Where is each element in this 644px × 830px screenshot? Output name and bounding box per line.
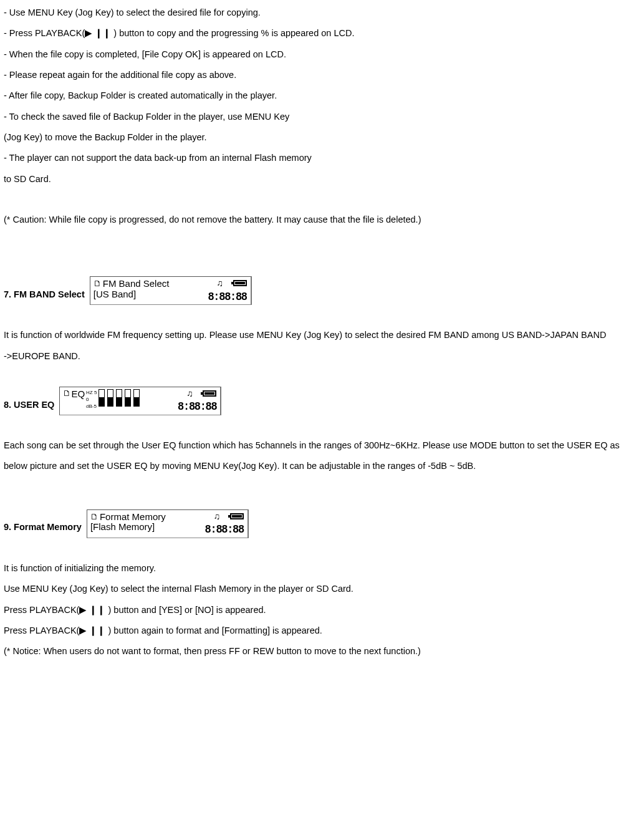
- section-8-heading-row: 8. USER EQ ♫ 🗋 EQ HZ 5 0 dB-5 8:88:88: [4, 387, 640, 415]
- tab-icon: 🗋: [90, 513, 99, 521]
- section-9-body-line: It is function of initializing the memor…: [4, 558, 640, 579]
- section-9-heading-row: 9. Format Memory ♫ 🗋 Format Memory [Flas…: [4, 509, 640, 538]
- section-9-body-line: (* Notice: When users do not want to for…: [4, 641, 640, 662]
- section-9-body-line: Use MENU Key (Jog Key) to select the int…: [4, 579, 640, 599]
- caution-text: (* Caution: While file copy is progresse…: [4, 210, 640, 230]
- battery-icon: [230, 513, 244, 519]
- music-note-icon: ♫: [186, 389, 193, 398]
- section-8-heading: 8. USER EQ: [4, 395, 54, 415]
- instruction-line: (Jog Key) to move the Backup Folder in t…: [4, 127, 640, 148]
- eq-label-top: HZ 5: [86, 390, 97, 395]
- lcd-title-text: FM Band Select: [103, 279, 170, 289]
- lcd-format-memory: ♫ 🗋 Format Memory [Flash Memory] 8:88:88: [87, 509, 249, 538]
- music-note-icon: ♫: [213, 512, 220, 521]
- eq-bars: [98, 389, 140, 407]
- instruction-line: - To check the saved file of Backup Fold…: [4, 107, 640, 127]
- eq-label-mid: 0: [86, 397, 97, 402]
- section-9-heading: 9. Format Memory: [4, 517, 82, 538]
- lcd-time: 8:88:88: [208, 291, 246, 304]
- section-7-heading-row: 7. FM BAND Select ♫ 🗋 FM Band Select [US…: [4, 276, 640, 305]
- instruction-line: - Please repeat again for the additional…: [4, 65, 640, 85]
- lcd-time: 8:88:88: [205, 524, 244, 537]
- section-9-body-line: Press PLAYBACK(▶ ❙❙ ) button again to fo…: [4, 620, 640, 641]
- eq-label-bot: dB-5: [86, 404, 97, 409]
- lcd-eq-title: EQ: [71, 389, 85, 400]
- section-9-body-line: Press PLAYBACK(▶ ❙❙ ) button and [YES] o…: [4, 600, 640, 620]
- section-8-body: Each song can be set through the User EQ…: [4, 435, 640, 477]
- battery-icon: [233, 280, 247, 286]
- section-7-body: It is function of worldwide FM frequency…: [4, 325, 640, 345]
- instruction-line: - Press PLAYBACK(▶ ❙❙ ) button to copy a…: [4, 23, 640, 44]
- music-note-icon: ♫: [216, 279, 223, 287]
- section-7-body-2: ->EUROPE BAND.: [4, 346, 640, 367]
- lcd-fm-band: ♫ 🗋 FM Band Select [US Band] 8:88:88: [90, 276, 252, 305]
- instruction-line: - After file copy, Backup Folder is crea…: [4, 85, 640, 106]
- eq-labels: HZ 5 0 dB-5: [86, 390, 97, 409]
- lcd-user-eq: ♫ 🗋 EQ HZ 5 0 dB-5 8:88:88: [59, 387, 221, 415]
- battery-icon: [203, 390, 216, 397]
- section-7-heading: 7. FM BAND Select: [4, 284, 85, 305]
- lcd-title-text: Format Memory: [100, 512, 166, 523]
- tab-icon: 🗋: [63, 389, 71, 397]
- instruction-line: to SD Card.: [4, 169, 640, 190]
- instruction-line: - Use MENU Key (Jog Key) to select the d…: [4, 2, 640, 23]
- instruction-line: - The player can not support the data ba…: [4, 148, 640, 168]
- lcd-time: 8:88:88: [178, 402, 216, 414]
- tab-icon: 🗋: [94, 279, 102, 287]
- instruction-line: - When the file copy is completed, [File…: [4, 44, 640, 65]
